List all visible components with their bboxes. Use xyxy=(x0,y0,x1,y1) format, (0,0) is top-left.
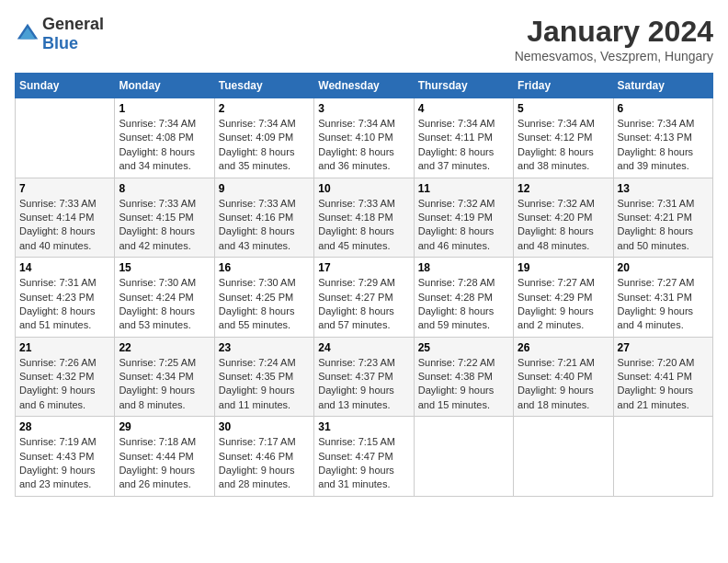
day-info: Sunrise: 7:17 AMSunset: 4:46 PMDaylight:… xyxy=(219,435,310,492)
day-of-week-header: Wednesday xyxy=(314,74,414,98)
day-info: Sunrise: 7:33 AMSunset: 4:16 PMDaylight:… xyxy=(219,197,310,254)
day-of-week-header: Saturday xyxy=(613,74,712,98)
day-info: Sunrise: 7:26 AMSunset: 4:32 PMDaylight:… xyxy=(19,356,110,413)
page-header: General Blue January 2024 Nemesvamos, Ve… xyxy=(15,15,713,63)
day-info: Sunrise: 7:20 AMSunset: 4:41 PMDaylight:… xyxy=(618,356,709,413)
location-subtitle: Nemesvamos, Veszprem, Hungary xyxy=(515,49,713,63)
day-info: Sunrise: 7:29 AMSunset: 4:27 PMDaylight:… xyxy=(318,276,409,333)
calendar-cell xyxy=(514,417,613,497)
day-info: Sunrise: 7:15 AMSunset: 4:47 PMDaylight:… xyxy=(318,435,409,492)
day-number: 3 xyxy=(318,102,409,115)
day-info: Sunrise: 7:25 AMSunset: 4:34 PMDaylight:… xyxy=(119,356,210,413)
day-info: Sunrise: 7:27 AMSunset: 4:31 PMDaylight:… xyxy=(618,276,709,333)
day-number: 14 xyxy=(19,261,110,274)
calendar-cell: 24Sunrise: 7:23 AMSunset: 4:37 PMDayligh… xyxy=(314,337,414,417)
day-number: 18 xyxy=(418,261,509,274)
day-info: Sunrise: 7:32 AMSunset: 4:20 PMDaylight:… xyxy=(518,197,609,254)
calendar-cell: 19Sunrise: 7:27 AMSunset: 4:29 PMDayligh… xyxy=(514,258,613,338)
calendar-cell xyxy=(613,417,712,497)
day-number: 10 xyxy=(318,182,409,195)
calendar-cell: 25Sunrise: 7:22 AMSunset: 4:38 PMDayligh… xyxy=(414,337,513,417)
day-number: 31 xyxy=(318,420,409,433)
calendar-cell: 4Sunrise: 7:34 AMSunset: 4:11 PMDaylight… xyxy=(414,98,513,178)
day-number: 15 xyxy=(119,261,210,274)
month-title: January 2024 xyxy=(515,15,713,49)
day-info: Sunrise: 7:34 AMSunset: 4:11 PMDaylight:… xyxy=(418,117,509,174)
day-number: 12 xyxy=(518,182,609,195)
day-info: Sunrise: 7:19 AMSunset: 4:43 PMDaylight:… xyxy=(19,435,110,492)
day-number: 6 xyxy=(618,102,709,115)
day-number: 8 xyxy=(119,182,210,195)
day-number: 22 xyxy=(119,341,210,354)
calendar-cell: 27Sunrise: 7:20 AMSunset: 4:41 PMDayligh… xyxy=(613,337,712,417)
calendar-cell: 31Sunrise: 7:15 AMSunset: 4:47 PMDayligh… xyxy=(314,417,414,497)
calendar-cell: 22Sunrise: 7:25 AMSunset: 4:34 PMDayligh… xyxy=(115,337,214,417)
day-number: 1 xyxy=(119,102,210,115)
calendar-cell: 14Sunrise: 7:31 AMSunset: 4:23 PMDayligh… xyxy=(16,258,115,338)
calendar-cell: 10Sunrise: 7:33 AMSunset: 4:18 PMDayligh… xyxy=(314,178,414,258)
calendar-cell: 30Sunrise: 7:17 AMSunset: 4:46 PMDayligh… xyxy=(214,417,313,497)
calendar-cell: 28Sunrise: 7:19 AMSunset: 4:43 PMDayligh… xyxy=(16,417,115,497)
day-number: 16 xyxy=(219,261,310,274)
day-info: Sunrise: 7:31 AMSunset: 4:21 PMDaylight:… xyxy=(618,197,709,254)
calendar-cell: 13Sunrise: 7:31 AMSunset: 4:21 PMDayligh… xyxy=(613,178,712,258)
day-info: Sunrise: 7:28 AMSunset: 4:28 PMDaylight:… xyxy=(418,276,509,333)
day-number: 21 xyxy=(19,341,110,354)
day-info: Sunrise: 7:21 AMSunset: 4:40 PMDaylight:… xyxy=(518,356,609,413)
day-number: 29 xyxy=(119,420,210,433)
day-info: Sunrise: 7:34 AMSunset: 4:13 PMDaylight:… xyxy=(618,117,709,174)
day-number: 30 xyxy=(219,420,310,433)
day-number: 20 xyxy=(618,261,709,274)
calendar-cell: 20Sunrise: 7:27 AMSunset: 4:31 PMDayligh… xyxy=(613,258,712,338)
calendar-cell: 17Sunrise: 7:29 AMSunset: 4:27 PMDayligh… xyxy=(314,258,414,338)
day-number: 24 xyxy=(318,341,409,354)
calendar-cell: 15Sunrise: 7:30 AMSunset: 4:24 PMDayligh… xyxy=(115,258,214,338)
day-of-week-header: Sunday xyxy=(16,74,115,98)
day-of-week-header: Tuesday xyxy=(214,74,313,98)
calendar-cell: 29Sunrise: 7:18 AMSunset: 4:44 PMDayligh… xyxy=(115,417,214,497)
day-number: 5 xyxy=(518,102,609,115)
day-of-week-header: Thursday xyxy=(414,74,513,98)
title-block: January 2024 Nemesvamos, Veszprem, Hunga… xyxy=(515,15,713,63)
calendar-cell: 18Sunrise: 7:28 AMSunset: 4:28 PMDayligh… xyxy=(414,258,513,338)
day-of-week-header: Friday xyxy=(514,74,613,98)
day-number: 23 xyxy=(219,341,310,354)
day-number: 19 xyxy=(518,261,609,274)
day-info: Sunrise: 7:34 AMSunset: 4:12 PMDaylight:… xyxy=(518,117,609,174)
day-number: 11 xyxy=(418,182,509,195)
logo-icon xyxy=(15,21,40,47)
calendar-cell xyxy=(16,98,115,178)
logo-blue: Blue xyxy=(42,34,78,52)
day-of-week-header: Monday xyxy=(115,74,214,98)
calendar-cell: 21Sunrise: 7:26 AMSunset: 4:32 PMDayligh… xyxy=(16,337,115,417)
day-info: Sunrise: 7:24 AMSunset: 4:35 PMDaylight:… xyxy=(219,356,310,413)
day-info: Sunrise: 7:34 AMSunset: 4:08 PMDaylight:… xyxy=(119,117,210,174)
calendar-cell: 3Sunrise: 7:34 AMSunset: 4:10 PMDaylight… xyxy=(314,98,414,178)
calendar-cell: 8Sunrise: 7:33 AMSunset: 4:15 PMDaylight… xyxy=(115,178,214,258)
day-number: 17 xyxy=(318,261,409,274)
day-info: Sunrise: 7:27 AMSunset: 4:29 PMDaylight:… xyxy=(518,276,609,333)
day-number: 13 xyxy=(618,182,709,195)
logo: General Blue xyxy=(15,15,104,53)
day-number: 25 xyxy=(418,341,509,354)
day-info: Sunrise: 7:34 AMSunset: 4:09 PMDaylight:… xyxy=(219,117,310,174)
calendar-cell: 2Sunrise: 7:34 AMSunset: 4:09 PMDaylight… xyxy=(214,98,313,178)
calendar-cell: 23Sunrise: 7:24 AMSunset: 4:35 PMDayligh… xyxy=(214,337,313,417)
calendar-cell: 9Sunrise: 7:33 AMSunset: 4:16 PMDaylight… xyxy=(214,178,313,258)
calendar-cell: 7Sunrise: 7:33 AMSunset: 4:14 PMDaylight… xyxy=(16,178,115,258)
day-info: Sunrise: 7:30 AMSunset: 4:25 PMDaylight:… xyxy=(219,276,310,333)
day-info: Sunrise: 7:33 AMSunset: 4:18 PMDaylight:… xyxy=(318,197,409,254)
calendar-cell: 5Sunrise: 7:34 AMSunset: 4:12 PMDaylight… xyxy=(514,98,613,178)
calendar-table: SundayMondayTuesdayWednesdayThursdayFrid… xyxy=(15,73,713,497)
calendar-cell: 16Sunrise: 7:30 AMSunset: 4:25 PMDayligh… xyxy=(214,258,313,338)
day-info: Sunrise: 7:31 AMSunset: 4:23 PMDaylight:… xyxy=(19,276,110,333)
calendar-cell: 1Sunrise: 7:34 AMSunset: 4:08 PMDaylight… xyxy=(115,98,214,178)
logo-general: General xyxy=(42,15,104,33)
calendar-cell: 6Sunrise: 7:34 AMSunset: 4:13 PMDaylight… xyxy=(613,98,712,178)
day-info: Sunrise: 7:32 AMSunset: 4:19 PMDaylight:… xyxy=(418,197,509,254)
calendar-cell: 11Sunrise: 7:32 AMSunset: 4:19 PMDayligh… xyxy=(414,178,513,258)
day-info: Sunrise: 7:23 AMSunset: 4:37 PMDaylight:… xyxy=(318,356,409,413)
day-info: Sunrise: 7:33 AMSunset: 4:14 PMDaylight:… xyxy=(19,197,110,254)
day-info: Sunrise: 7:18 AMSunset: 4:44 PMDaylight:… xyxy=(119,435,210,492)
day-number: 7 xyxy=(19,182,110,195)
